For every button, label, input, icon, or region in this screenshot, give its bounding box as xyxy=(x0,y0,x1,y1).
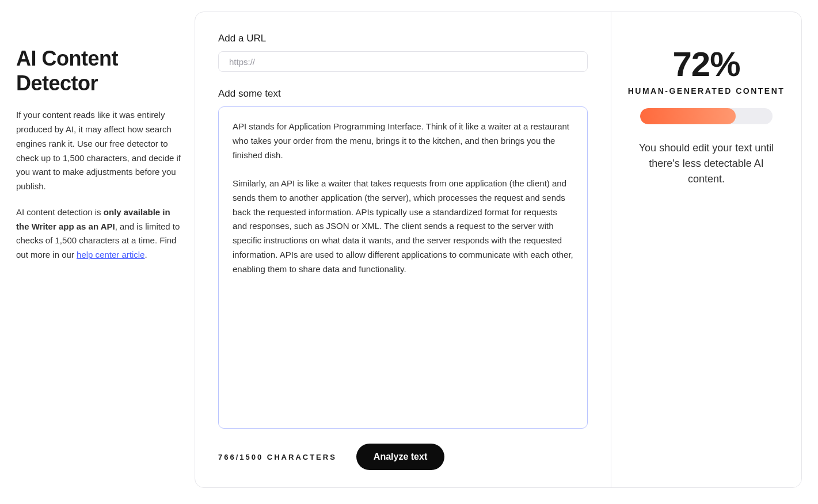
para2-prefix: AI content detection is xyxy=(16,207,104,217)
progress-fill xyxy=(640,108,736,124)
result-panel: 72% HUMAN-GENERATED CONTENT You should e… xyxy=(611,12,801,487)
analyze-button[interactable]: Analyze text xyxy=(356,444,444,470)
result-label: HUMAN-GENERATED CONTENT xyxy=(627,86,785,96)
footer-row: 766/1500 CHARACTERS Analyze text xyxy=(218,444,588,470)
para2-end: . xyxy=(144,250,147,259)
result-suggestion: You should edit your text until there's … xyxy=(627,140,785,187)
input-panel: Add a URL Add some text 766/1500 CHARACT… xyxy=(195,12,611,487)
result-percent: 72% xyxy=(627,44,785,84)
page-title: AI Content Detector xyxy=(16,46,183,96)
help-center-link[interactable]: help center article xyxy=(77,250,144,259)
main-card: Add a URL Add some text 766/1500 CHARACT… xyxy=(195,12,802,488)
progress-bar xyxy=(640,108,773,124)
sidebar-description-2: AI content detection is only available i… xyxy=(16,205,183,262)
sidebar: AI Content Detector If your content read… xyxy=(16,12,195,488)
text-label: Add some text xyxy=(218,88,588,100)
content-textarea[interactable] xyxy=(218,106,588,429)
character-count: 766/1500 CHARACTERS xyxy=(218,453,337,461)
url-label: Add a URL xyxy=(218,33,588,44)
url-input[interactable] xyxy=(218,51,588,72)
sidebar-description-1: If your content reads like it was entire… xyxy=(16,108,183,194)
